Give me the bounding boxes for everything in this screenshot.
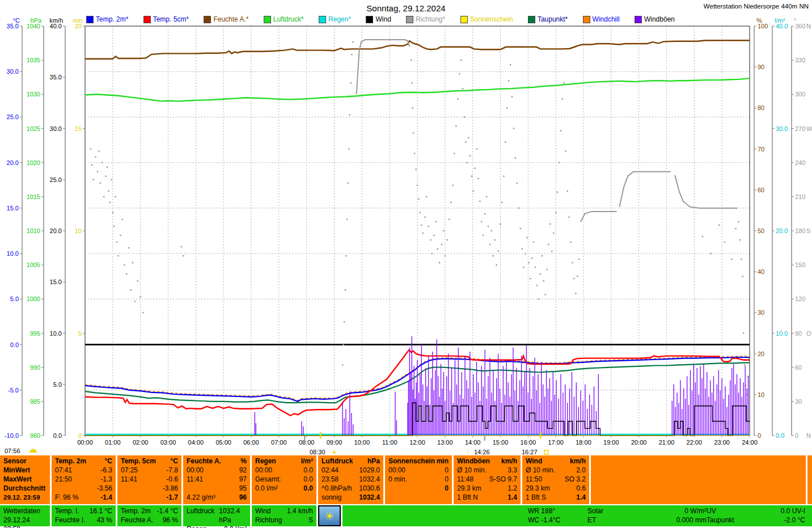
svg-text:30: 30	[795, 398, 802, 405]
sun-down-arrow-icon: ↓	[466, 448, 470, 455]
summary-cell: 02:441029.0	[318, 466, 383, 475]
status-line: Wind1.4 km/h	[255, 506, 313, 516]
summary-cell: -3.56	[52, 484, 116, 493]
svg-text:10:00: 10:00	[354, 439, 370, 446]
status-cell-druck-regen: Luftdruck1032.4 hPaRegen0.0 l/m²	[183, 505, 250, 526]
svg-text:20.0: 20.0	[50, 227, 62, 234]
summary-cell: Windböenkm/h	[454, 457, 521, 466]
svg-text:1035: 1035	[27, 57, 40, 64]
status-extended-value: ET	[587, 516, 623, 525]
status-extended-value: WR 188°	[528, 506, 587, 516]
summary-stub	[807, 455, 812, 504]
status-extended-value: WC -1.4°C	[528, 516, 587, 525]
svg-text:07:56: 07:56	[5, 447, 20, 454]
svg-text:W: W	[806, 125, 812, 132]
status-line: RichtungS	[255, 516, 313, 525]
summary-cell: 29.3 km1.2	[454, 484, 521, 493]
svg-text:12:00: 12:00	[409, 439, 425, 446]
svg-text:06:00: 06:00	[243, 439, 259, 446]
svg-text:30: 30	[758, 309, 764, 316]
svg-text:08:30: 08:30	[310, 449, 325, 455]
svg-text:13:00: 13:00	[437, 439, 453, 446]
svg-text:985: 985	[30, 398, 40, 405]
summary-col-sensor: SensorMinWertMaxWertDurchschnitt29.12. 2…	[0, 455, 50, 504]
weather-symbol-sun-icon: ☀	[318, 505, 341, 526]
svg-text:90: 90	[795, 330, 802, 337]
status-extended-value: 0.000 mm	[623, 516, 707, 525]
summary-cell: sonnig1032.4	[318, 493, 383, 502]
svg-text:60: 60	[795, 364, 802, 371]
summary-cell: Sonnenscheinmin	[385, 457, 452, 466]
svg-text:14:00: 14:00	[465, 439, 481, 446]
summary-cell: 0.0 l/m²0.0	[252, 484, 316, 493]
summary-cell: 1 Bft S1.4	[522, 493, 589, 502]
summary-cell: 11:48S-SO 9.7	[454, 475, 521, 484]
weather-chart-svg: 00:0001:0002:0003:0004:0005:0006:0007:00…	[0, 0, 812, 455]
svg-text:35.0: 35.0	[50, 74, 62, 81]
svg-text:0.0: 0.0	[53, 432, 62, 439]
status-extended-row: WC -1.4°CET0.000 mmTaupunkt-2.0 °C	[528, 516, 805, 525]
status-extended-value: 0 W/m²	[623, 506, 707, 516]
svg-text:990: 990	[30, 364, 40, 371]
svg-text:270: 270	[795, 125, 805, 132]
svg-text:20: 20	[758, 350, 764, 357]
summary-cell: 0	[385, 484, 452, 493]
summary-col-sonnenschein: Sonnenscheinmin00:0000 min.00	[385, 455, 452, 504]
summary-cell: 29.12. 23:59	[0, 493, 50, 502]
svg-text:O: O	[806, 330, 811, 337]
summary-cell: 95	[183, 484, 250, 493]
status-line: Temp. I.16.1 °C	[55, 506, 112, 516]
series-richtung-punkte	[90, 41, 750, 395]
summary-cell: -3.86	[117, 484, 181, 493]
sun-icon: ☀	[331, 449, 337, 455]
svg-text:150: 150	[795, 261, 805, 268]
svg-text:15.0: 15.0	[50, 278, 62, 285]
svg-text:min: min	[73, 17, 83, 24]
svg-text:11:00: 11:00	[382, 439, 397, 446]
summary-cell: Temp. 5cm°C	[117, 457, 181, 466]
status-line: Feuchte I.43 %	[55, 516, 112, 525]
svg-text:10.0: 10.0	[50, 330, 62, 337]
svg-text:80: 80	[758, 104, 764, 111]
svg-text:21:00: 21:00	[659, 439, 675, 446]
summary-cell: 00:0092	[183, 466, 250, 475]
summary-cell: Ø 10 min.3.3	[454, 466, 521, 475]
summary-col-luftdruck: LuftdruckhPa02:441029.023:581032.4^0.8hP…	[318, 455, 383, 504]
svg-text:330: 330	[795, 57, 805, 64]
svg-text:N: N	[806, 432, 811, 439]
status-cell-aussen: Temp. 2m-1.4 °CFeuchte A.96 %	[117, 505, 181, 526]
summary-cell: -1.7	[117, 493, 181, 502]
svg-text:40: 40	[758, 268, 764, 275]
status-extended-value: UV	[707, 506, 753, 516]
status-cell-wetterdaten: Wetterdaten29.12.24 23:59	[0, 505, 50, 526]
status-cell-extended: WR 188°Solar0 W/m²UV0.0 UV-IWC -1.4°CET0…	[342, 505, 812, 526]
svg-text:05:00: 05:00	[215, 439, 231, 446]
status-line: 29.12.24 23:59	[3, 516, 46, 528]
svg-text:20:00: 20:00	[631, 439, 647, 446]
svg-text:30.0: 30.0	[7, 68, 19, 75]
summary-col-regen: Regenl/m²00:000.0Gesamt:0.00.0 l/m²0.0	[252, 455, 316, 504]
svg-text:15:00: 15:00	[493, 439, 509, 446]
status-cell-wind: Wind1.4 km/hRichtungS	[252, 505, 316, 526]
summary-cell: 23:581032.4	[318, 475, 383, 484]
svg-text:02:00: 02:00	[133, 439, 149, 446]
svg-text:09:00: 09:00	[327, 439, 342, 446]
summary-cell: 21:50-1.3	[52, 475, 116, 484]
svg-text:5: 5	[78, 330, 82, 337]
summary-cell: 4.22 g/m³96	[183, 493, 250, 502]
status-extended-value: Solar	[587, 506, 623, 516]
svg-text:16:27: 16:27	[522, 449, 538, 455]
summary-cell: ^0.8hPa/h1030.6	[318, 484, 383, 493]
svg-text:00:00: 00:00	[77, 439, 93, 446]
status-extended-row: WR 188°Solar0 W/m²UV0.0 UV-I	[528, 506, 805, 516]
weather-app-window: Sonntag, 29.12.2024 Wetterstation Nieder…	[0, 0, 812, 528]
status-line: Luftdruck1032.4 hPa	[187, 506, 247, 525]
svg-text:30.0: 30.0	[776, 125, 788, 132]
svg-text:1010: 1010	[27, 227, 40, 234]
status-bar: Wetterdaten29.12.24 23:59Temp. I.16.1 °C…	[0, 505, 812, 526]
summary-cell: 11:41-0.6	[117, 475, 181, 484]
svg-text:0: 0	[758, 432, 761, 439]
summary-col-feuchte-a: Feuchte A.%00:009211:4197954.22 g/m³96	[183, 455, 250, 504]
summary-table: SensorMinWertMaxWertDurchschnitt29.12. 2…	[0, 455, 812, 504]
summary-cell: Regenl/m²	[252, 457, 316, 466]
